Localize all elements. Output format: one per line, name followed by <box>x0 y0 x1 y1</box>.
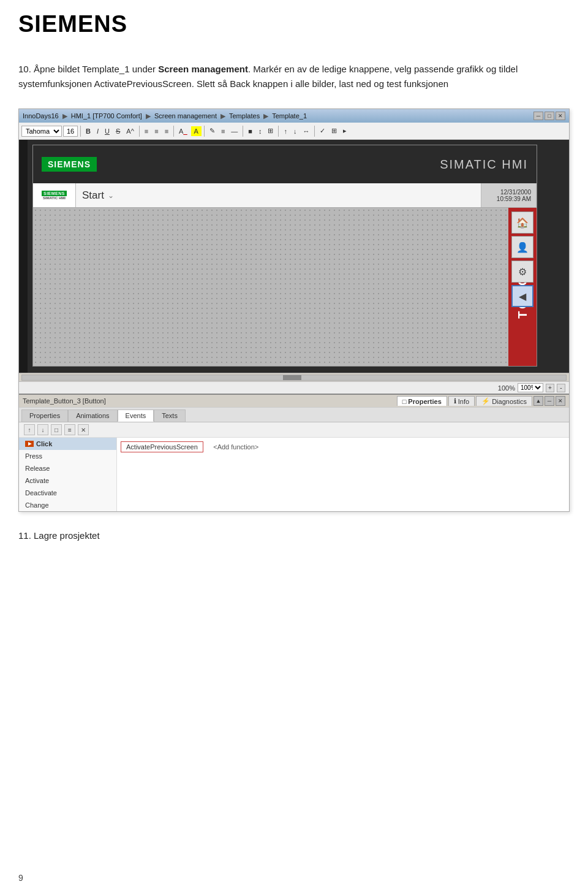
panel-pin-button[interactable]: ▲ <box>533 396 543 406</box>
align-right-button[interactable]: ≡ <box>162 126 171 136</box>
toolbar-sep-3 <box>173 126 174 137</box>
font-color-button[interactable]: A_ <box>176 126 189 136</box>
arrow-up-button[interactable]: ↑ <box>281 126 290 136</box>
canvas-bottom-bar <box>19 373 569 381</box>
event-change-label: Change <box>25 501 49 509</box>
main-canvas[interactable]: SIEMENS SIMATIC HMI SIEMENS SIMATIC HMI … <box>28 140 569 373</box>
italic-button[interactable]: I <box>94 126 101 136</box>
align-left-button[interactable]: ≡ <box>142 126 151 136</box>
arrow-4: ▶ <box>263 112 268 120</box>
strikethrough-button[interactable]: S <box>113 126 123 136</box>
toolbar-sep-7 <box>314 126 315 137</box>
event-click[interactable]: ▶ Click <box>19 438 116 450</box>
breadcrumb-4: Templates <box>229 112 260 120</box>
font-size-input[interactable] <box>63 126 78 137</box>
event-press[interactable]: Press <box>19 450 116 462</box>
hscroll-thumb <box>283 375 301 380</box>
hmi-title: SIMATIC HMI <box>440 158 528 172</box>
toolbar-sep-4 <box>204 126 205 137</box>
panel-close-button[interactable]: ✕ <box>556 396 565 406</box>
event-change[interactable]: Change <box>19 499 116 511</box>
superscript-button[interactable]: A^ <box>124 126 137 136</box>
list-button[interactable]: ≡ <box>219 126 227 136</box>
event-deactivate[interactable]: Deactivate <box>19 487 116 499</box>
diagnostics-icon: ⚡ <box>481 397 490 405</box>
distribute-button[interactable]: ↔ <box>300 126 312 136</box>
toolbar-sep-5 <box>243 126 243 137</box>
hmi-screen: SIEMENS SIMATIC HMI SIEMENS SIMATIC HMI … <box>32 145 537 367</box>
tab-animations[interactable]: Animations <box>68 409 117 422</box>
hmi-logo-subtitle: SIMATIC HMI <box>43 196 66 200</box>
hmi-settings-button[interactable]: ⚙ <box>511 261 533 283</box>
bold-button[interactable]: B <box>83 126 93 136</box>
title-bar-controls[interactable]: ─ □ ✕ <box>533 112 565 120</box>
close-button[interactable]: ✕ <box>556 112 565 120</box>
tab-texts[interactable]: Texts <box>154 409 186 422</box>
status-bar: Template_Button_3 [Button] □ Properties … <box>19 394 569 407</box>
grid-button[interactable]: ⊞ <box>329 126 339 136</box>
delete-event-button[interactable]: ✕ <box>78 424 89 435</box>
click-icon: ▶ <box>25 441 34 447</box>
function-tag[interactable]: ActivatePreviousScreen <box>121 441 203 452</box>
status-right-tabs: □ Properties ℹ Info ⚡ Diagnostics ▲ ─ ✕ <box>397 396 565 406</box>
hmi-screen-name: Start ⌄ <box>76 183 481 207</box>
function-row: ActivatePreviousScreen <Add function> <box>119 440 567 454</box>
tab-properties[interactable]: Properties <box>21 409 68 422</box>
insert-button[interactable]: ■ <box>246 126 255 136</box>
panel-minimize-button[interactable]: ─ <box>545 396 554 406</box>
resize-button[interactable]: ↕ <box>256 126 265 136</box>
hmi-content-area: TOUCH 🏠 👤 ⚙ ◀ <box>33 208 537 367</box>
draw-button[interactable]: ✎ <box>207 126 217 136</box>
minus-button[interactable]: — <box>228 126 240 136</box>
maximize-button[interactable]: □ <box>545 112 554 120</box>
events-toolbar: ↑ ↓ □ ≡ ✕ <box>19 422 569 438</box>
event-activate-label: Activate <box>25 477 49 484</box>
move-down-button[interactable]: ↓ <box>37 424 48 435</box>
copy-button[interactable]: □ <box>51 424 62 435</box>
zoom-value: 100% <box>498 384 515 392</box>
left-panel <box>19 140 28 373</box>
title-bar: InnoDays16 ▶ HMI_1 [TP700 Comfort] ▶ Scr… <box>19 109 569 123</box>
check-button[interactable]: ✓ <box>317 126 328 136</box>
event-deactivate-label: Deactivate <box>25 489 57 497</box>
event-release-label: Release <box>25 465 50 472</box>
zoom-out-button[interactable]: - <box>557 384 565 392</box>
events-list: ▶ Click Press Release Activate Deactivat… <box>19 438 117 511</box>
hmi-siemens-logo: SIEMENS <box>42 157 97 172</box>
hmi-home-button[interactable]: 🏠 <box>511 211 533 234</box>
properties-status-tab[interactable]: □ Properties <box>397 396 447 406</box>
canvas-wrapper: SIEMENS SIMATIC HMI SIEMENS SIMATIC HMI … <box>19 140 569 373</box>
page-header: SIEMENS <box>0 0 588 44</box>
dropdown-icon: ⌄ <box>108 191 114 200</box>
hmi-user-button[interactable]: 👤 <box>511 236 533 258</box>
step-11-text: 11. Lagre prosjektet <box>18 530 100 541</box>
indent-button[interactable]: ≡ <box>64 424 75 435</box>
underline-button[interactable]: U <box>102 126 112 136</box>
table-button[interactable]: ⊞ <box>265 126 276 136</box>
zoom-select[interactable]: 100% 75% 150% <box>518 383 543 392</box>
info-icon: ℹ <box>454 397 456 405</box>
zoom-in-button[interactable]: + <box>546 384 554 392</box>
toolbar-sep-2 <box>139 126 140 137</box>
hmi-datetime: 12/31/2000 10:59:39 AM <box>481 183 537 207</box>
hscroll-track[interactable] <box>21 375 567 381</box>
step-10-bold: Screen management <box>158 64 248 74</box>
diagnostics-label: Diagnostics <box>492 398 527 405</box>
bg-color-button[interactable]: A <box>191 126 202 136</box>
step-10-number: 10. <box>18 64 31 74</box>
font-select[interactable]: Tahoma <box>21 126 62 137</box>
more-button[interactable]: ▸ <box>341 126 349 136</box>
diagnostics-status-tab[interactable]: ⚡ Diagnostics <box>476 396 532 406</box>
instruction-11: 11. Lagre prosjektet <box>0 512 588 547</box>
info-status-tab[interactable]: ℹ Info <box>448 396 475 406</box>
move-up-button[interactable]: ↑ <box>24 424 35 435</box>
add-function-label[interactable]: <Add function> <box>208 442 263 452</box>
breadcrumb-5: Template_1 <box>272 112 307 120</box>
tab-events[interactable]: Events <box>118 409 154 422</box>
align-center-button[interactable]: ≡ <box>152 126 160 136</box>
event-release[interactable]: Release <box>19 462 116 474</box>
arrow-down-button[interactable]: ↓ <box>291 126 300 136</box>
hmi-back-button[interactable]: ◀ <box>511 285 533 307</box>
event-activate[interactable]: Activate <box>19 474 116 487</box>
minimize-button[interactable]: ─ <box>533 112 543 120</box>
